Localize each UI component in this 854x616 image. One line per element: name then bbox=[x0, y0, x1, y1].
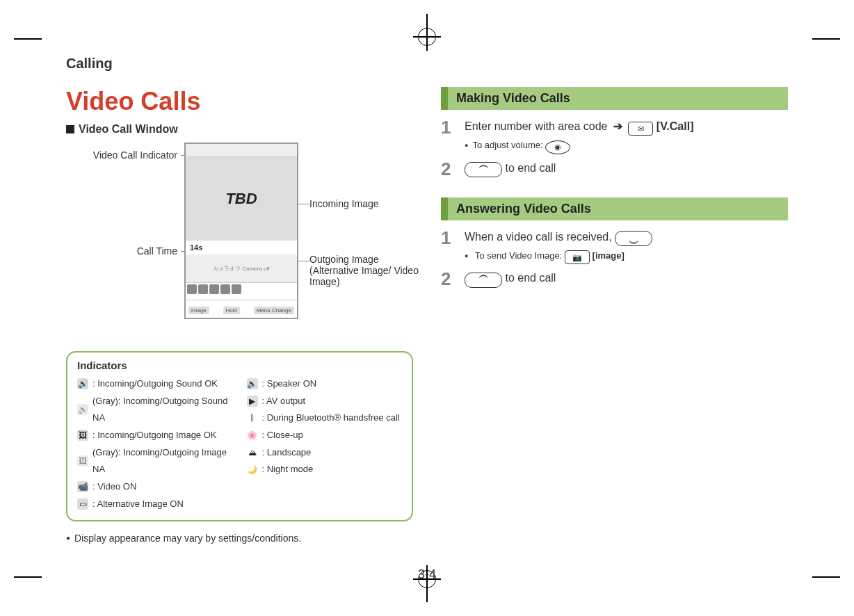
step-sub: To send Video Image: 📷 [image] bbox=[465, 249, 788, 264]
indicators-box: Indicators 🔊: Incoming/Outgoing Sound OK… bbox=[66, 351, 413, 521]
indicator-item: 🔊(Gray): Incoming/Outgoing Sound NA bbox=[77, 393, 233, 427]
end-key-icon: ⏜ bbox=[465, 273, 502, 288]
crop-mark bbox=[14, 38, 42, 40]
phone-indicator-row bbox=[186, 282, 297, 300]
vcall-label: [V.Call] bbox=[656, 120, 694, 132]
indicator-item: 🖼(Gray): Incoming/Outgoing Image NA bbox=[77, 444, 233, 478]
making-calls-heading: Making Video Calls bbox=[441, 87, 788, 110]
label-incoming-image: Incoming Image bbox=[309, 198, 428, 209]
camera-key-icon: 📷 bbox=[565, 250, 590, 264]
arrow-icon: ➔ bbox=[613, 120, 622, 132]
page-number: 3-4 bbox=[66, 553, 788, 582]
end-key-icon: ⏜ bbox=[465, 162, 502, 177]
step-text: ⏜ to end call bbox=[465, 270, 788, 288]
display-note: Display appearance may vary by settings/… bbox=[66, 533, 413, 544]
step-text: ⏜ to end call bbox=[465, 160, 788, 178]
phone-call-time: 14s bbox=[186, 241, 297, 254]
closeup-icon: 🌸 bbox=[247, 430, 258, 441]
softkey-left: image bbox=[188, 307, 209, 314]
landscape-icon: ⛰ bbox=[247, 447, 258, 458]
step-text: Enter number with area code ➔ ✉ [V.Call]… bbox=[465, 118, 788, 154]
indicator-item: ⛰: Landscape bbox=[247, 444, 403, 462]
step-number: 2 bbox=[441, 270, 455, 288]
subheading: Video Call Window bbox=[66, 123, 413, 136]
alt-image-icon: ▭ bbox=[77, 499, 88, 510]
page: Calling Video Calls Video Call Window Vi… bbox=[0, 0, 854, 616]
content-area: Calling Video Calls Video Call Window Vi… bbox=[66, 56, 788, 560]
making-steps: 1 Enter number with area code ➔ ✉ [V.Cal… bbox=[441, 118, 788, 178]
video-on-icon: 📹 bbox=[77, 481, 88, 492]
indicator-item: 📹: Video ON bbox=[77, 478, 233, 496]
label-call-time: Call Time bbox=[59, 245, 177, 257]
step-1: 1 When a video call is received, ⏝ To se… bbox=[441, 229, 788, 265]
call-key-icon: ⏝ bbox=[615, 231, 652, 246]
indicator-item: 🌸: Close-up bbox=[247, 427, 403, 444]
columns: Video Calls Video Call Window Video Call… bbox=[66, 87, 788, 553]
sound-ok-icon: 🔊 bbox=[77, 378, 88, 389]
phone-diagram: Video Call Indicator Call Time Incoming … bbox=[66, 143, 413, 351]
phone-outgoing-image: カメラオフ Camera off bbox=[186, 254, 297, 282]
softkey-right: Menu Change bbox=[254, 307, 294, 314]
indicator-item: 🔊: Incoming/Outgoing Sound OK bbox=[77, 375, 233, 393]
step-number: 1 bbox=[441, 118, 455, 136]
indicator-item: ▭: Alternative Image ON bbox=[77, 496, 233, 513]
left-column: Video Calls Video Call Window Video Call… bbox=[66, 87, 413, 553]
label-video-call-indicator: Video Call Indicator bbox=[59, 149, 177, 161]
phone-status-bar bbox=[186, 144, 297, 157]
step-1: 1 Enter number with area code ➔ ✉ [V.Cal… bbox=[441, 118, 788, 154]
sound-na-icon: 🔊 bbox=[77, 404, 88, 415]
speaker-icon: 🔈 bbox=[247, 378, 258, 389]
phone-screenshot: TBD 14s カメラオフ Camera off image Hold Menu… bbox=[184, 143, 298, 319]
crop-mark bbox=[812, 38, 840, 40]
step-2: 2 ⏜ to end call bbox=[441, 270, 788, 288]
crop-mark bbox=[812, 576, 840, 578]
image-label: [image] bbox=[593, 250, 625, 261]
indicator-item: 🌙: Night mode bbox=[247, 461, 403, 478]
image-ok-icon: 🖼 bbox=[77, 430, 88, 441]
answering-calls-heading: Answering Video Calls bbox=[441, 197, 788, 220]
indicators-right-col: 🔈: Speaker ON ▶: AV output ᛒ: During Blu… bbox=[247, 375, 403, 513]
bluetooth-icon: ᛒ bbox=[247, 413, 258, 424]
nav-key-icon: ◉ bbox=[545, 140, 570, 154]
mail-key-icon: ✉ bbox=[628, 122, 653, 136]
chapter-label: Calling bbox=[66, 56, 788, 72]
step-number: 2 bbox=[441, 160, 455, 178]
phone-incoming-image: TBD bbox=[186, 157, 297, 241]
registration-mark-top bbox=[418, 28, 436, 46]
page-title: Video Calls bbox=[66, 87, 413, 116]
av-output-icon: ▶ bbox=[247, 396, 258, 407]
answering-steps: 1 When a video call is received, ⏝ To se… bbox=[441, 229, 788, 289]
softkey-center: Hold bbox=[223, 307, 240, 314]
label-outgoing-image: Outgoing Image (Alternative Image/ Video… bbox=[309, 254, 428, 287]
indicators-left-col: 🔊: Incoming/Outgoing Sound OK 🔊(Gray): I… bbox=[77, 375, 233, 513]
image-na-icon: 🖼 bbox=[77, 455, 88, 467]
step-text: When a video call is received, ⏝ To send… bbox=[465, 229, 788, 265]
step-sub: To adjust volume: ◉ bbox=[465, 138, 788, 154]
right-column: Making Video Calls 1 Enter number with a… bbox=[441, 87, 788, 553]
subheading-text: Video Call Window bbox=[79, 123, 178, 135]
crop-mark bbox=[14, 576, 42, 578]
indicator-item: 🔈: Speaker ON bbox=[247, 375, 403, 393]
indicators-heading: Indicators bbox=[77, 359, 402, 371]
square-bullet-icon bbox=[66, 125, 74, 133]
indicator-item: ▶: AV output bbox=[247, 393, 403, 410]
step-2: 2 ⏜ to end call bbox=[441, 160, 788, 178]
phone-softkeys: image Hold Menu Change bbox=[186, 300, 297, 314]
step-number: 1 bbox=[441, 229, 455, 247]
indicator-item: 🖼: Incoming/Outgoing Image OK bbox=[77, 427, 233, 444]
night-mode-icon: 🌙 bbox=[247, 464, 258, 476]
indicators-columns: 🔊: Incoming/Outgoing Sound OK 🔊(Gray): I… bbox=[77, 375, 402, 513]
indicator-item: ᛒ: During Bluetooth® handsfree call bbox=[247, 410, 403, 427]
